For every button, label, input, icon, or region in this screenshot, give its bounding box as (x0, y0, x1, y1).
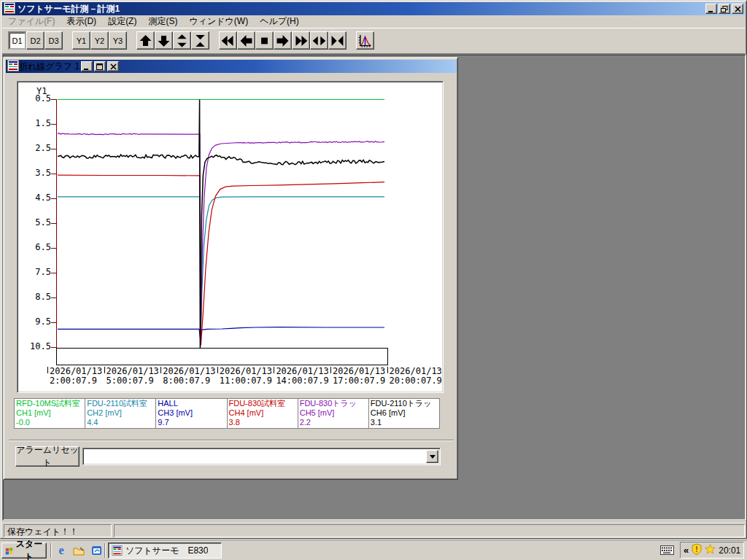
legend-channel-unit: CH6 [mV] (371, 408, 438, 418)
y-tick-label: 8.5 (19, 292, 51, 302)
ie-quicklaunch-icon[interactable]: e (54, 544, 69, 557)
mdi-client-area: 折れ線グラフ 1 Y1 0.51.52.53.54.55.56.57.58.59… (2, 54, 746, 521)
axis-y1-button[interactable]: Y1 (72, 31, 90, 50)
main-title-bar[interactable]: ソフトサーモ計測－計測1 (2, 2, 745, 15)
y-tick-label: 0.5 (19, 94, 51, 104)
axis-y2-button[interactable]: Y2 (90, 31, 109, 50)
legend-channel-value: 3.1 (371, 418, 438, 427)
legend-channel-value: 9.7 (158, 418, 225, 427)
graph-window-title-bar[interactable]: 折れ線グラフ 1 (6, 60, 457, 73)
y-tick-mark (51, 248, 57, 249)
compress-vertical-icon (192, 31, 209, 50)
graph-maximize-button[interactable] (94, 61, 106, 71)
graph-close-button[interactable] (107, 61, 119, 71)
graph-setup-button[interactable] (356, 31, 374, 50)
x-tick-mark (387, 367, 388, 373)
x-tick-label: 2026/01/132:00:07.9 (47, 367, 110, 386)
legend-cell-ch1[interactable]: RFD-10MS試料室CH1 [mV]-0.0 (15, 399, 85, 428)
star-icon[interactable] (705, 544, 716, 556)
y-tick-mark (51, 298, 57, 298)
x-tick-time: 20:00:07.9 (387, 376, 450, 386)
range-indicator-box[interactable] (56, 348, 388, 365)
step-forward-icon (274, 31, 291, 50)
scroll-up-button[interactable] (136, 31, 155, 50)
scroll-down-button[interactable] (155, 31, 173, 50)
legend-channel-name: FDU-2110トラッ (371, 399, 438, 408)
display-d3-button[interactable]: D3 (44, 31, 63, 50)
y-tick-mark (51, 149, 57, 149)
start-button-label: スタート (15, 538, 43, 560)
task-button-label: ソフトサーモ E830 (125, 545, 208, 557)
keyboard-ime-icon[interactable] (660, 545, 674, 557)
folder-quicklaunch-icon[interactable] (71, 544, 86, 557)
y-tick-label: 4.5 (19, 193, 51, 203)
rewind-icon (220, 31, 236, 50)
y-tick-label: 6.5 (19, 243, 51, 252)
x-tick-mark (330, 367, 331, 373)
series-ch4 (58, 175, 384, 345)
menu-item-3[interactable]: 測定(S) (142, 15, 183, 28)
task-button-icon (112, 545, 123, 556)
graph-minimize-button[interactable] (81, 61, 93, 71)
legend-cell-ch5[interactable]: FDU-830トラッCH5 [mV]2.2 (298, 399, 369, 428)
legend-cell-ch4[interactable]: FDU-830試料室CH4 [mV]3.8 (228, 399, 298, 428)
legend-cell-ch2[interactable]: FDU-2110試料室CH2 [mV]4.4 (85, 399, 156, 428)
rewind-button[interactable] (219, 31, 237, 50)
combobox-dropdown-icon[interactable] (426, 450, 438, 463)
compress-horizontal-icon (329, 31, 346, 50)
y-tick-label: 10.5 (19, 342, 51, 351)
step-forward-button[interactable] (274, 31, 292, 50)
status-bar: 保存ウェイト！！ (2, 521, 746, 538)
x-tick-mark (160, 367, 161, 373)
menu-item-5[interactable]: ヘルプ(H) (254, 15, 305, 28)
menu-item-1[interactable]: 表示(D) (61, 15, 102, 28)
y-tick-label: 2.5 (19, 144, 51, 153)
status-message-panel: 保存ウェイト！！ (4, 524, 112, 537)
stop-icon (256, 31, 273, 50)
compress-horizontal-button[interactable] (328, 31, 347, 50)
legend-channel-value: 3.8 (229, 418, 296, 427)
minimize-button[interactable] (705, 4, 717, 14)
expand-horizontal-button[interactable] (310, 31, 328, 50)
close-button[interactable] (732, 4, 743, 14)
x-tick-mark (217, 367, 218, 373)
tray-expand-icon[interactable]: « (684, 545, 689, 556)
x-tick-time: 2:00:07.9 (47, 376, 110, 386)
axis-y3-button[interactable]: Y3 (109, 31, 127, 50)
graph-window-content: Y1 0.51.52.53.54.55.56.57.58.59.510.5 20… (6, 73, 457, 478)
status-secondary-panel (114, 524, 745, 537)
main-window-title: ソフトサーモ計測－計測1 (18, 3, 704, 15)
restore-button[interactable] (719, 4, 730, 14)
legend-channel-value: 4.4 (87, 418, 154, 427)
legend-cell-ch3[interactable]: HALLCH3 [mV]9.7 (156, 399, 227, 428)
compress-vertical-button[interactable] (191, 31, 209, 50)
x-tick-label: 2026/01/1317:00:07.9 (330, 367, 393, 386)
start-button[interactable]: スタート (1, 542, 47, 559)
fast-forward-button[interactable] (292, 31, 310, 50)
step-back-button[interactable] (237, 31, 255, 50)
legend-channel-value: 2.2 (300, 418, 367, 427)
x-tick-mark (104, 367, 105, 373)
display-d2-button[interactable]: D2 (26, 31, 44, 50)
window-quicklaunch-icon[interactable] (89, 544, 104, 557)
y-tick-mark (51, 273, 57, 273)
alarm-combobox[interactable] (82, 448, 441, 465)
x-tick-mark (47, 367, 48, 373)
y-tick-mark (51, 99, 57, 100)
y-tick-label: 5.5 (19, 218, 51, 228)
task-button-softthermo[interactable]: ソフトサーモ E830 (108, 542, 222, 559)
stop-button[interactable] (255, 31, 274, 50)
y-tick-label: 3.5 (19, 168, 51, 178)
menu-item-4[interactable]: ウィンドウ(W) (183, 15, 254, 28)
clock[interactable]: 20:01 (719, 545, 740, 556)
alarm-reset-button[interactable]: アラームリセット (15, 446, 80, 467)
x-tick-time: 8:00:07.9 (160, 376, 223, 386)
y-tick-mark (51, 322, 57, 323)
display-d1-button[interactable]: D1 (8, 31, 26, 50)
security-shield-icon[interactable] (692, 543, 702, 557)
desktop: { "app": { "title": "ソフトサーモ計測－計測1", "men… (0, 0, 747, 560)
menu-item-2[interactable]: 設定(Z) (102, 15, 142, 28)
expand-vertical-button[interactable] (173, 31, 191, 50)
legend-cell-ch6[interactable]: FDU-2110トラッCH6 [mV]3.1 (369, 399, 439, 428)
series-ch3 (58, 327, 384, 338)
